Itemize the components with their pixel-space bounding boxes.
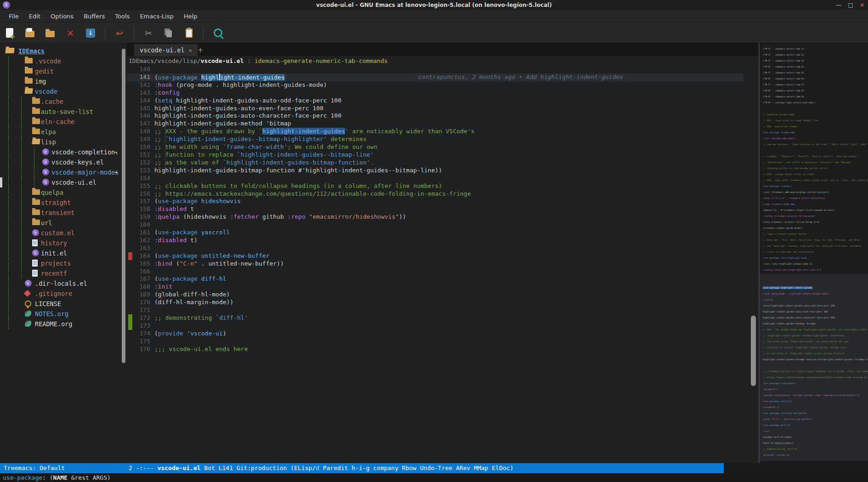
tree-item-vscode[interactable]: vscode: [0, 86, 127, 96]
code-line-140[interactable]: 140: [127, 66, 743, 74]
copy-icon[interactable]: [163, 27, 175, 39]
tree-item--gitignore[interactable]: .gitignore: [0, 289, 127, 299]
code-line-169[interactable]: 169 (global-diff-hl-mode): [127, 291, 743, 299]
tab-close-icon[interactable]: ×: [189, 47, 192, 54]
code-line-164[interactable]: 164(use-package untitled-new-buffer: [127, 252, 743, 260]
code-line-174[interactable]: 174(provide 'vscode-ui): [127, 330, 743, 338]
code-line-153[interactable]: 153 highlight-indent-guides-bitmap-funct…: [127, 167, 743, 175]
code-line-160[interactable]: 160: [127, 221, 743, 229]
menu-emacs-lisp[interactable]: Emacs-Lisp: [135, 10, 178, 23]
tree-item-eln-cache[interactable]: eln-cache: [0, 117, 127, 127]
folder-icon: [32, 220, 40, 225]
tree-item-custom-el[interactable]: εcustom.el: [0, 228, 127, 238]
tree-item-init-el[interactable]: εinit.el: [0, 248, 127, 258]
code-line-158[interactable]: 158 :disabled t: [127, 205, 743, 213]
tab-vscode-ui[interactable]: vscode-ui.el×: [134, 44, 198, 56]
tree-item-elpa[interactable]: elpa: [0, 127, 127, 137]
tree-item-quelpa[interactable]: quelpa: [0, 187, 127, 198]
minimap[interactable]: ("M-1" . idemacs-select-tab-1) ("M-2" . …: [760, 43, 868, 463]
code-line-141[interactable]: 141(use-package highlight-indent-guidesc…: [127, 74, 743, 81]
editor-scrollbar[interactable]: [751, 316, 756, 386]
code-line-173[interactable]: 173: [127, 322, 743, 330]
code-line-155[interactable]: 155;; clickable buttons to fold/collapse…: [127, 182, 743, 190]
tree-item-url[interactable]: url: [0, 218, 127, 228]
code-line-175[interactable]: 175: [127, 338, 743, 346]
close-buffer-icon[interactable]: ✕: [64, 27, 76, 39]
code-line-166[interactable]: 166: [127, 268, 743, 276]
menu-buffers[interactable]: Buffers: [79, 10, 110, 23]
save-icon[interactable]: ↓: [85, 27, 96, 39]
tree-item-lisp[interactable]: lisp: [0, 137, 127, 147]
menu-help[interactable]: Help: [179, 10, 203, 23]
code-line-148[interactable]: 148 ;; XXX - the guides drawn by `highli…: [127, 128, 743, 136]
menu-options[interactable]: Options: [45, 10, 79, 23]
tree-item-projects[interactable]: projects: [0, 258, 127, 268]
code-line-154[interactable]: 154: [127, 175, 743, 182]
paste-icon[interactable]: [183, 27, 195, 39]
code-line-176[interactable]: 176;;; vscode-ui.el ends here: [127, 346, 743, 353]
tree-scrollbar[interactable]: [122, 49, 125, 363]
tree-item-license[interactable]: LICENSE: [0, 299, 127, 309]
tree-item--vscode[interactable]: .vscode: [0, 56, 127, 66]
code-line-151[interactable]: 151 ;; function to replace `highlight-in…: [127, 151, 743, 159]
code-line-172[interactable]: 172;; demonstrating `diff-hl': [127, 314, 743, 322]
tree-item-history[interactable]: history: [0, 238, 127, 248]
maximize-icon[interactable]: □: [848, 0, 853, 10]
breadcrumb-symbol[interactable]: idemacs-generate-numeric-tab-commands: [255, 57, 388, 64]
cut-icon[interactable]: ✂: [142, 27, 154, 39]
breadcrumb-path[interactable]: IDEmacs/vscode/lisp/: [129, 57, 201, 64]
code-line-145[interactable]: 145 highlight-indent-guides-auto-even-fa…: [127, 105, 743, 113]
code-line-162[interactable]: 162 :disabled t): [127, 237, 743, 244]
code-line-167[interactable]: 167(use-package diff-hl: [127, 275, 743, 283]
undo-icon[interactable]: ↩: [113, 27, 125, 39]
menu-tools[interactable]: Tools: [110, 10, 135, 23]
code-line-159[interactable]: 159 :quelpa (hideshowvis :fetcher github…: [127, 213, 743, 221]
minimap-line: (:map treemacs-mode-map: [763, 201, 794, 207]
tree-item--cache[interactable]: .cache: [0, 96, 127, 107]
title-bar[interactable]: ε vscode-ui.el - GNU Emacs at lenovo-leg…: [0, 0, 868, 11]
tree-item-auto-save-list[interactable]: auto-save-list: [0, 107, 127, 117]
minimap-line: ("M-8" . idemacs-select-tab-8): [763, 88, 804, 94]
tree-item-vscode-keys-el[interactable]: εvscode-keys.el: [0, 157, 127, 167]
code-line-157[interactable]: 157(use-package hideshowvis: [127, 198, 743, 205]
minimap-view-region[interactable]: [760, 274, 868, 461]
folder-icon[interactable]: [44, 27, 56, 39]
code-line-165[interactable]: 165 :bind ("C-n" . untitled-new-buffer)): [127, 260, 743, 268]
menu-edit[interactable]: Edit: [24, 10, 45, 23]
tree-item-recentf[interactable]: recentf: [0, 268, 127, 278]
code-line-142[interactable]: 142 :hook (prog-mode . highlight-indent-…: [127, 81, 743, 89]
tree-item-vscode-major-modes[interactable]: εvscode-major-modes→: [0, 167, 127, 177]
tree-item-img[interactable]: img: [0, 76, 127, 86]
code-line-143[interactable]: 143 :config: [127, 89, 743, 97]
tree-item-readme-org[interactable]: README.org: [0, 319, 127, 329]
code-line-163[interactable]: 163: [127, 244, 743, 252]
code-line-146[interactable]: 146 highlight-indent-guides-auto-charact…: [127, 112, 743, 120]
code-buffer[interactable]: 140141(use-package highlight-indent-guid…: [127, 66, 760, 463]
code-line-171[interactable]: 171: [127, 306, 743, 314]
new-file-icon[interactable]: +: [4, 27, 16, 39]
code-line-149[interactable]: 149 ;; `highlight-indent-guides--bitmap-…: [127, 136, 743, 143]
tree-item-vscode-completion-[interactable]: εvscode-completion.→: [0, 147, 127, 157]
menu-file[interactable]: File: [4, 10, 24, 23]
tree-root-idemacs[interactable]: IDEmacs: [0, 46, 127, 56]
code-line-147[interactable]: 147 highlight-indent-guides-method 'bitm…: [127, 120, 743, 128]
open-file-icon[interactable]: [24, 27, 36, 39]
close-icon[interactable]: ×: [860, 0, 864, 10]
code-line-168[interactable]: 168 :init: [127, 283, 743, 291]
search-icon[interactable]: [212, 27, 224, 39]
new-tab-button[interactable]: +: [195, 44, 206, 56]
code-line-144[interactable]: 144 (setq highlight-indent-guides-auto-o…: [127, 97, 743, 105]
tree-item--dir-locals-el[interactable]: ε.dir-locals.el: [0, 278, 127, 289]
tree-item-straight[interactable]: straight: [0, 198, 127, 208]
tree-item-vscode-ui-el[interactable]: εvscode-ui.el: [0, 177, 127, 187]
breadcrumb-file[interactable]: vscode-ui.el: [201, 57, 244, 64]
tree-item-gedit[interactable]: gedit: [0, 66, 127, 76]
tree-item-transient[interactable]: transient: [0, 208, 127, 218]
code-line-170[interactable]: 170 (diff-hl-margin-mode)): [127, 299, 743, 306]
code-line-150[interactable]: 150 ;; the width using `frame-char-width…: [127, 143, 743, 151]
tree-item-notes-org[interactable]: NOTES.org: [0, 309, 127, 319]
code-line-156[interactable]: 156;; https://emacs.stackexchange.com/qu…: [127, 190, 743, 198]
code-line-152[interactable]: 152 ;; as the value of `highlight-indent…: [127, 159, 743, 167]
minimize-icon[interactable]: —: [836, 0, 842, 10]
code-line-161[interactable]: 161(use-package yascroll: [127, 229, 743, 237]
